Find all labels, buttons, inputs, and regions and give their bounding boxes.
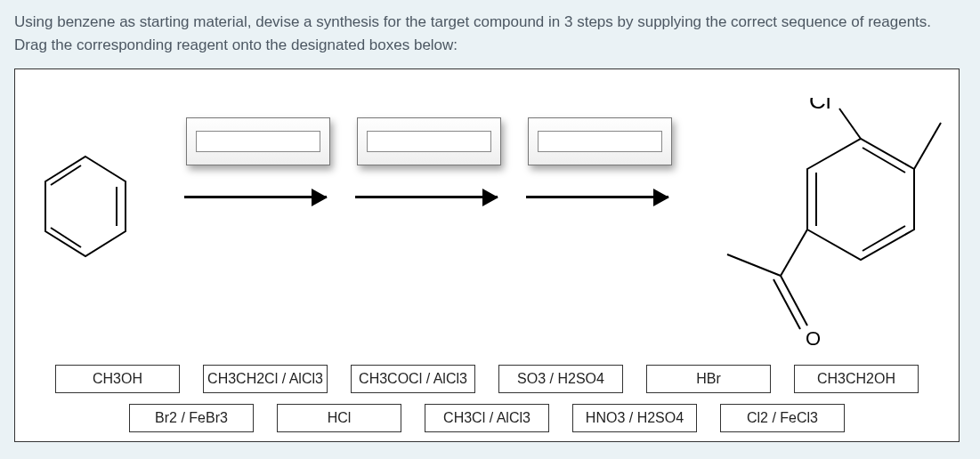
- reagent-dropzone-3[interactable]: [528, 117, 672, 165]
- reagent-option[interactable]: CH3COCl / AlCl3: [351, 365, 475, 393]
- svg-line-14: [727, 254, 781, 276]
- benzene-structure: [36, 151, 134, 267]
- svg-line-8: [914, 123, 941, 169]
- reagent-option[interactable]: SO3 / H2SO4: [498, 365, 623, 393]
- svg-marker-4: [807, 139, 914, 260]
- svg-line-9: [839, 109, 861, 139]
- reagent-row-1: CH3OH CH3CH2Cl / AlCl3 CH3COCl / AlCl3 S…: [55, 365, 919, 393]
- reagent-option[interactable]: CH3OH: [55, 365, 180, 393]
- question-text: Using benzene as starting material, devi…: [14, 11, 966, 56]
- reaction-area: O Cl: [15, 69, 959, 345]
- reagent-option[interactable]: HNO3 / H2SO4: [572, 404, 697, 432]
- svg-marker-0: [45, 157, 126, 256]
- reagent-row-2: Br2 / FeBr3 HCl CH3Cl / AlCl3 HNO3 / H2S…: [129, 404, 845, 432]
- reagent-option[interactable]: CH3CH2OH: [794, 365, 919, 393]
- reaction-arrow-3: [526, 196, 668, 198]
- svg-line-10: [781, 230, 807, 276]
- reagent-dropzone-2[interactable]: [357, 117, 501, 165]
- product-structure: O Cl: [676, 98, 943, 365]
- reaction-arrow-2: [355, 196, 498, 198]
- svg-text:O: O: [806, 327, 821, 350]
- reagent-option[interactable]: HCl: [277, 404, 401, 432]
- reagent-palette: CH3OH CH3CH2Cl / AlCl3 CH3COCl / AlCl3 S…: [15, 365, 959, 432]
- workspace-panel: O Cl CH3OH CH3CH2Cl / AlCl3 CH3COCl / Al…: [14, 68, 960, 442]
- reagent-option[interactable]: Br2 / FeBr3: [129, 404, 254, 432]
- reagent-dropzone-1[interactable]: [186, 117, 330, 165]
- reagent-option[interactable]: CH3CH2Cl / AlCl3: [203, 365, 328, 393]
- cl-label: Cl: [809, 98, 831, 114]
- reagent-option[interactable]: Cl2 / FeCl3: [720, 404, 845, 432]
- reagent-option[interactable]: HBr: [646, 365, 771, 393]
- reagent-option[interactable]: CH3Cl / AlCl3: [425, 404, 549, 432]
- reaction-arrow-1: [184, 196, 327, 198]
